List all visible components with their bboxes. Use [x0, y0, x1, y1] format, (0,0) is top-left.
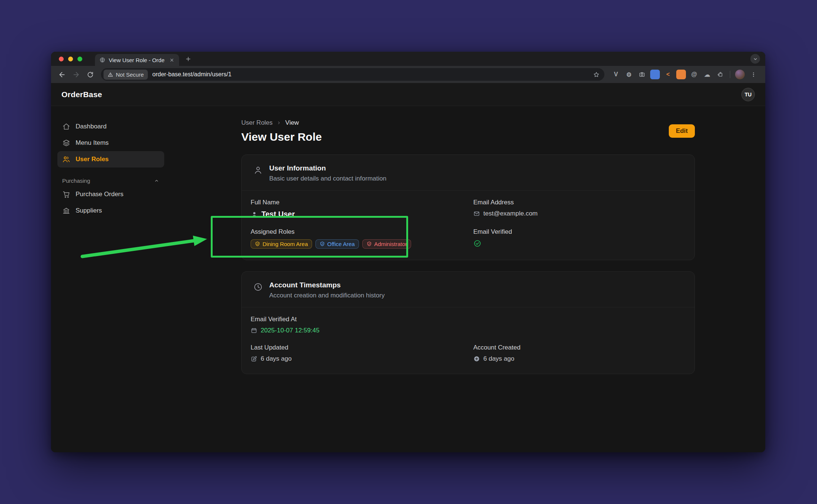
account-timestamps-card: Account Timestamps Account creation and … [241, 271, 695, 374]
browser-window: View User Role - OrderBase [51, 52, 765, 452]
globe-icon [99, 57, 105, 63]
brand-logo[interactable]: OrderBase [61, 90, 102, 99]
minimize-window-button[interactable] [68, 57, 73, 61]
card-header: User Information Basic user details and … [242, 155, 694, 191]
gear-extension-icon[interactable]: ⚙ [624, 70, 634, 79]
role-badge-dining-room-area: Dining Room Area [251, 239, 312, 249]
sidebar-item-label: Menu Items [76, 139, 109, 147]
role-badge-administrator: Administrator [362, 239, 411, 249]
check-circle-icon [473, 239, 481, 248]
user-information-card: User Information Basic user details and … [241, 154, 695, 260]
breadcrumb-user-roles[interactable]: User Roles [241, 119, 273, 127]
home-icon [62, 122, 70, 131]
extensions-row: V ⚙ < @ ☁ [609, 69, 761, 80]
calendar-icon [251, 327, 257, 334]
field-label: Email Address [473, 199, 686, 206]
camera-extension-icon[interactable] [637, 70, 647, 79]
angle-extension-icon[interactable]: < [663, 70, 673, 79]
field-label: Full Name [251, 199, 473, 206]
app-header: OrderBase TU [51, 83, 765, 106]
field-label: Last Updated [251, 344, 473, 351]
sidebar-item-user-roles[interactable]: User Roles [57, 151, 164, 168]
layers-icon [62, 139, 70, 147]
account-created-field: Account Created 6 days ago [473, 344, 686, 363]
zoom-window-button[interactable] [77, 57, 82, 61]
card-body: Email Verified At 2025-10-07 12:59:45 [242, 307, 694, 374]
orange-app-extension-icon[interactable] [676, 70, 686, 79]
last-updated-value: 6 days ago [261, 355, 292, 363]
field-label: Account Created [473, 344, 686, 351]
sidebar-item-label: Purchase Orders [76, 191, 124, 198]
edit-button[interactable]: Edit [669, 124, 695, 138]
card-title: Account Timestamps [269, 281, 385, 289]
tab-search-button[interactable] [750, 54, 760, 64]
browser-menu-icon[interactable] [748, 69, 759, 80]
user-avatar[interactable]: TU [741, 88, 755, 101]
field-label: Assigned Roles [251, 228, 473, 236]
not-secure-badge[interactable]: Not Secure [104, 70, 148, 80]
page-header: User Roles View View User Role Edit [241, 119, 695, 143]
shield-check-icon [320, 241, 325, 247]
window-controls [51, 57, 90, 61]
sidebar-section-label: Purchasing [62, 178, 90, 184]
page-title: View User Role [241, 131, 695, 143]
sidebar: Dashboard Menu Items User Roles [51, 106, 241, 452]
email-field: Email Address test@example.com [473, 199, 686, 218]
field-label: Email Verified [473, 228, 686, 236]
pencil-square-icon [251, 355, 257, 362]
building-icon [62, 207, 70, 215]
sidebar-item-suppliers[interactable]: Suppliers [57, 202, 164, 219]
chevron-up-icon [154, 178, 159, 184]
not-secure-label: Not Secure [116, 71, 144, 78]
full-name-field: Full Name Test User [251, 199, 473, 218]
card-body: Full Name Test User Email [242, 191, 694, 260]
sidebar-item-label: User Roles [76, 156, 109, 163]
field-label: Email Verified At [251, 316, 473, 323]
address-bar[interactable]: Not Secure order-base.test/admin/users/1 [101, 68, 604, 81]
email-value: test@example.com [483, 210, 538, 217]
sidebar-item-menu-items[interactable]: Menu Items [57, 135, 164, 151]
cloud-extension-icon[interactable]: ☁ [702, 70, 712, 79]
sidebar-item-label: Dashboard [76, 123, 107, 130]
role-badge-label: Administrator [374, 241, 407, 247]
close-window-button[interactable] [59, 57, 64, 61]
vimium-extension-icon[interactable]: V [611, 70, 621, 79]
reload-button[interactable] [84, 68, 96, 81]
envelope-icon [473, 210, 480, 217]
main-content: User Roles View View User Role Edit [241, 106, 695, 452]
last-updated-field: Last Updated 6 days ago [251, 344, 473, 363]
sidebar-item-dashboard[interactable]: Dashboard [57, 118, 164, 135]
chevron-right-icon [276, 120, 282, 125]
breadcrumb: User Roles View [241, 119, 695, 127]
tab-close-icon[interactable] [168, 56, 175, 64]
sidebar-item-purchase-orders[interactable]: Purchase Orders [57, 186, 164, 202]
toolbar-separator [730, 71, 730, 78]
url-text: order-base.test/admin/users/1 [152, 71, 588, 78]
browser-tab[interactable]: View User Role - OrderBase [95, 54, 179, 66]
card-header: Account Timestamps Account creation and … [242, 272, 694, 307]
browser-toolbar: Not Secure order-base.test/admin/users/1… [51, 66, 765, 83]
bookmark-star-icon[interactable] [593, 71, 600, 78]
tab-strip: View User Role - OrderBase [51, 52, 765, 66]
shopping-cart-icon [62, 190, 70, 198]
forward-button[interactable] [70, 68, 82, 81]
sidebar-section-purchasing[interactable]: Purchasing [57, 176, 164, 185]
tab-title: View User Role - OrderBase [109, 57, 165, 63]
warning-triangle-icon [108, 72, 113, 77]
new-tab-button[interactable] [183, 54, 193, 64]
at-extension-icon[interactable]: @ [689, 70, 699, 79]
role-badge-office-area: Office Area [315, 239, 359, 249]
browser-profile-avatar[interactable] [735, 70, 745, 79]
email-verified-field: Email Verified [473, 228, 686, 249]
role-badges: Dining Room Area Office Area [251, 239, 473, 249]
extensions-puzzle-icon[interactable] [715, 70, 725, 79]
account-created-value: 6 days ago [483, 355, 514, 363]
person-icon [253, 165, 263, 175]
email-verified-at-value: 2025-10-07 12:59:45 [261, 327, 320, 334]
email-verified-at-field: Email Verified At 2025-10-07 12:59:45 [251, 316, 473, 334]
back-button[interactable] [55, 68, 68, 81]
sidebar-item-label: Suppliers [76, 207, 102, 214]
blue-app-extension-icon[interactable] [650, 70, 660, 79]
shield-check-icon [366, 241, 372, 247]
breadcrumb-current: View [285, 119, 299, 127]
